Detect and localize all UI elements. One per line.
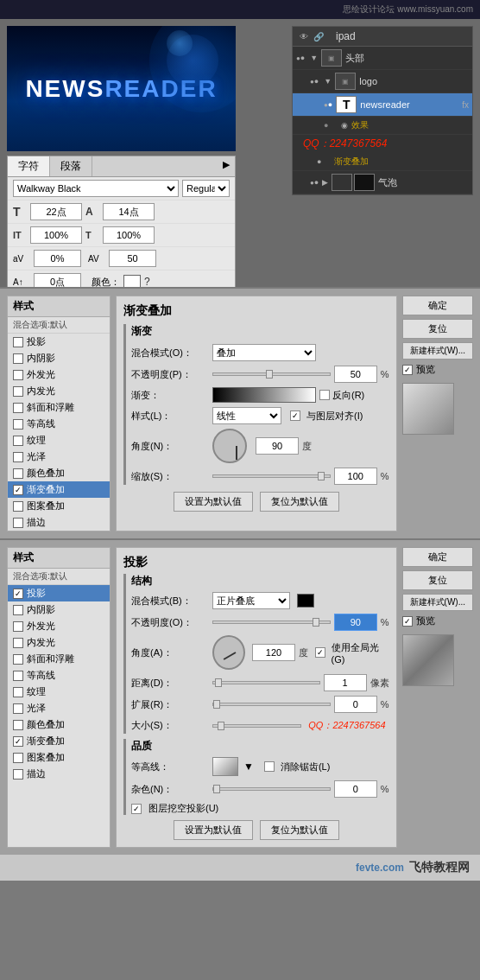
eye-icon-newsreader[interactable]: ● [324, 100, 332, 109]
style-cb-inner-glow[interactable] [13, 386, 23, 397]
style-inner-glow[interactable]: 内发光 [8, 383, 110, 399]
shadow-new-style-btn[interactable]: 新建样式(W)... [402, 594, 473, 611]
shadow-style-bevel[interactable]: 斜面和浮雕 [8, 651, 110, 667]
gradient-preview-checkbox[interactable] [402, 365, 413, 375]
shadow-style-drop-shadow[interactable]: 投影 [8, 585, 110, 601]
gradient-opacity-input[interactable] [334, 366, 377, 383]
gradient-scale-thumb[interactable] [318, 472, 325, 480]
gradient-reverse-checkbox[interactable] [319, 390, 330, 400]
shadow-style-contour[interactable]: 等高线 [8, 667, 110, 684]
vscale-input[interactable] [103, 226, 155, 244]
shadow-noise-input[interactable] [334, 780, 377, 798]
shadow-cb-color-overlay[interactable] [13, 720, 23, 730]
shadow-cb-inner-shadow[interactable] [13, 605, 23, 615]
style-cb-gradient-overlay[interactable] [13, 485, 23, 495]
shadow-knockout-checkbox[interactable] [131, 804, 142, 814]
shadow-color-swatch[interactable] [297, 594, 314, 608]
style-cb-bevel[interactable] [13, 403, 23, 413]
shadow-cb-gradient-overlay[interactable] [13, 736, 23, 747]
shadow-contour-preview[interactable] [212, 757, 238, 776]
eye-icon-logo[interactable]: ● [310, 77, 319, 86]
style-cb-pattern-overlay[interactable] [13, 501, 23, 512]
style-cb-contour[interactable] [13, 419, 23, 430]
gradient-angle-input[interactable] [256, 437, 299, 455]
shadow-noise-thumb[interactable] [213, 785, 220, 793]
shadow-matte-checkbox[interactable] [264, 761, 275, 772]
layer-item-effects[interactable]: ● ◉ 效果 [293, 117, 472, 135]
eye-icon-bubble[interactable]: ● [310, 178, 319, 187]
shadow-style-color-overlay[interactable]: 颜色叠加 [8, 716, 110, 733]
shadow-style-texture[interactable]: 纹理 [8, 684, 110, 700]
shadow-opacity-slider[interactable] [212, 620, 331, 624]
style-pattern-overlay[interactable]: 图案叠加 [8, 498, 110, 514]
gradient-scale-input[interactable] [334, 468, 377, 485]
shadow-cb-outer-glow[interactable] [13, 621, 23, 632]
shadow-spread-thumb[interactable] [213, 700, 220, 709]
shadow-cb-drop-shadow[interactable] [13, 589, 23, 599]
style-cb-stroke[interactable] [13, 518, 23, 528]
shadow-opacity-thumb[interactable] [313, 618, 319, 627]
shadow-global-light-checkbox[interactable] [315, 647, 325, 658]
gradient-ok-btn[interactable]: 确定 [402, 296, 473, 315]
panel-menu-btn[interactable]: ▶ [218, 156, 235, 176]
shadow-size-slider[interactable] [212, 724, 301, 728]
style-inner-shadow[interactable]: 内阴影 [8, 350, 110, 366]
baseline-input[interactable] [34, 273, 81, 287]
leading-input[interactable] [103, 203, 155, 220]
shadow-distance-slider[interactable] [212, 681, 320, 684]
shadow-spread-input[interactable] [334, 696, 377, 713]
gradient-set-default-btn[interactable]: 设置为默认值 [174, 492, 253, 512]
style-cb-satin[interactable] [13, 452, 23, 462]
tracking-input[interactable] [34, 250, 81, 267]
shadow-distance-input[interactable] [324, 674, 367, 691]
paragraph-tab[interactable]: 段落 [50, 156, 92, 176]
char-tab[interactable]: 字符 [8, 156, 50, 176]
shadow-blend-select[interactable]: 正片叠底 [212, 592, 290, 609]
font-style-select[interactable]: Regular [182, 180, 230, 197]
shadow-size-thumb[interactable] [218, 722, 224, 730]
gradient-style-select[interactable]: 线性 [212, 407, 281, 424]
shadow-spread-slider[interactable] [212, 703, 331, 706]
style-bevel[interactable]: 斜面和浮雕 [8, 399, 110, 416]
shadow-cb-contour[interactable] [13, 671, 23, 681]
style-cb-texture[interactable] [13, 436, 23, 446]
style-color-overlay[interactable]: 颜色叠加 [8, 465, 110, 481]
gradient-blend-select[interactable]: 叠加 [212, 344, 316, 361]
layer-item-bubble[interactable]: ● ▶ 气泡 [293, 171, 472, 194]
style-contour[interactable]: 等高线 [8, 416, 110, 432]
shadow-style-inner-glow[interactable]: 内发光 [8, 634, 110, 651]
shadow-cb-stroke[interactable] [13, 769, 23, 780]
shadow-opacity-input[interactable] [334, 614, 377, 631]
shadow-cb-texture[interactable] [13, 687, 23, 697]
shadow-contour-arrow[interactable]: ▼ [243, 760, 254, 773]
gradient-opacity-slider[interactable] [212, 372, 331, 376]
eye-icon-head[interactable]: ● [296, 54, 305, 62]
style-cb-inner-shadow[interactable] [13, 353, 23, 364]
shadow-ok-btn[interactable]: 确定 [402, 547, 473, 567]
style-drop-shadow[interactable]: 投影 [8, 334, 110, 350]
gradient-preview-bar[interactable] [212, 387, 316, 403]
gradient-scale-slider[interactable] [212, 474, 331, 478]
gradient-new-style-btn[interactable]: 新建样式(W)... [402, 342, 473, 360]
style-stroke[interactable]: 描边 [8, 514, 110, 531]
shadow-style-outer-glow[interactable]: 外发光 [8, 618, 110, 634]
hscale-input[interactable] [30, 226, 82, 244]
shadow-angle-dial[interactable] [212, 635, 245, 670]
gradient-align-checkbox[interactable] [290, 410, 300, 421]
gradient-reset-btn-right[interactable]: 复位 [402, 319, 473, 339]
shadow-preview-checkbox[interactable] [402, 616, 413, 627]
style-satin[interactable]: 光泽 [8, 449, 110, 465]
style-texture[interactable]: 纹理 [8, 432, 110, 449]
shadow-style-satin[interactable]: 光泽 [8, 700, 110, 716]
gradient-reverse-cb[interactable]: 反向(R) [319, 389, 364, 402]
shadow-style-stroke[interactable]: 描边 [8, 766, 110, 782]
color-swatch[interactable] [123, 275, 141, 287]
shadow-style-pattern-overlay[interactable]: 图案叠加 [8, 749, 110, 766]
shadow-reset-btn[interactable]: 复位为默认值 [260, 820, 339, 840]
shadow-set-default-btn[interactable]: 设置为默认值 [174, 820, 253, 840]
gradient-reset-btn[interactable]: 复位为默认值 [260, 492, 339, 512]
style-cb-color-overlay[interactable] [13, 468, 23, 479]
layer-item-gradient-effect[interactable]: ● 渐变叠加 [293, 153, 472, 171]
layer-item-logo[interactable]: ● ▼ ▣ logo [293, 70, 472, 93]
shadow-style-inner-shadow[interactable]: 内阴影 [8, 601, 110, 618]
